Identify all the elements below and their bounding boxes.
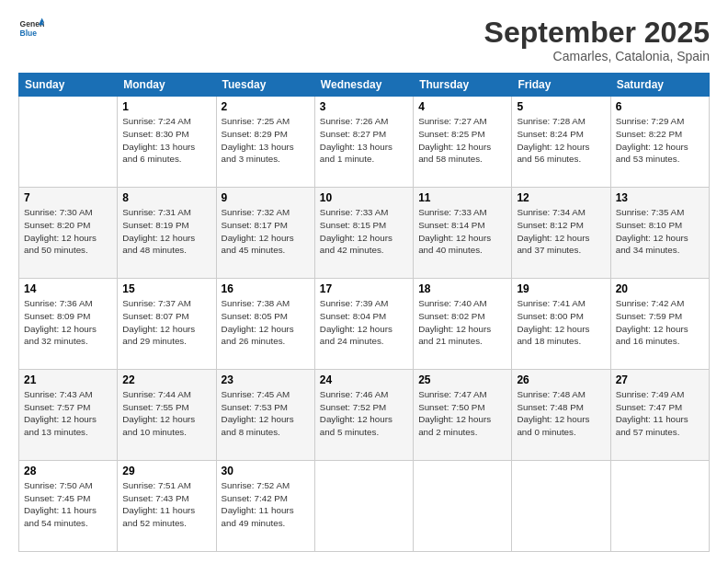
day-number: 12	[517, 191, 605, 204]
weekday-monday: Monday	[118, 74, 216, 97]
calendar-cell: 25Sunrise: 7:47 AM Sunset: 7:50 PM Dayli…	[414, 370, 512, 461]
calendar-cell	[610, 461, 709, 552]
calendar-cell: 22Sunrise: 7:44 AM Sunset: 7:55 PM Dayli…	[118, 370, 216, 461]
calendar-cell: 15Sunrise: 7:37 AM Sunset: 8:07 PM Dayli…	[118, 279, 216, 370]
calendar-cell: 10Sunrise: 7:33 AM Sunset: 8:15 PM Dayli…	[314, 188, 413, 279]
day-number: 2	[222, 100, 310, 113]
calendar-week-5: 28Sunrise: 7:50 AM Sunset: 7:45 PM Dayli…	[19, 461, 710, 552]
day-info: Sunrise: 7:47 AM Sunset: 7:50 PM Dayligh…	[418, 388, 506, 439]
day-number: 30	[222, 465, 310, 477]
calendar-cell	[19, 97, 118, 188]
day-number: 26	[517, 373, 605, 386]
calendar-cell: 17Sunrise: 7:39 AM Sunset: 8:04 PM Dayli…	[314, 279, 413, 370]
day-number: 18	[418, 282, 506, 295]
day-info: Sunrise: 7:33 AM Sunset: 8:14 PM Dayligh…	[418, 206, 506, 257]
calendar-week-1: 1Sunrise: 7:24 AM Sunset: 8:30 PM Daylig…	[19, 97, 710, 188]
day-number: 16	[222, 282, 310, 295]
day-info: Sunrise: 7:45 AM Sunset: 7:53 PM Dayligh…	[222, 388, 310, 439]
calendar-cell: 21Sunrise: 7:43 AM Sunset: 7:57 PM Dayli…	[19, 370, 118, 461]
day-info: Sunrise: 7:25 AM Sunset: 8:29 PM Dayligh…	[222, 115, 310, 166]
title-block: September 2025 Camarles, Catalonia, Spai…	[484, 17, 710, 63]
day-info: Sunrise: 7:26 AM Sunset: 8:27 PM Dayligh…	[320, 115, 408, 166]
calendar-cell: 19Sunrise: 7:41 AM Sunset: 8:00 PM Dayli…	[512, 279, 610, 370]
weekday-sunday: Sunday	[19, 74, 118, 97]
svg-text:Blue: Blue	[20, 29, 38, 38]
calendar-cell: 23Sunrise: 7:45 AM Sunset: 7:53 PM Dayli…	[216, 370, 314, 461]
day-info: Sunrise: 7:34 AM Sunset: 8:12 PM Dayligh…	[517, 206, 605, 257]
day-number: 25	[418, 373, 506, 386]
logo: General Blue	[18, 17, 44, 44]
day-number: 29	[122, 465, 210, 477]
calendar-cell	[314, 461, 413, 552]
day-info: Sunrise: 7:42 AM Sunset: 7:59 PM Dayligh…	[616, 297, 704, 348]
day-info: Sunrise: 7:40 AM Sunset: 8:02 PM Dayligh…	[418, 297, 506, 348]
calendar-body: 1Sunrise: 7:24 AM Sunset: 8:30 PM Daylig…	[19, 97, 710, 552]
page-header: General Blue September 2025 Camarles, Ca…	[18, 17, 710, 63]
day-info: Sunrise: 7:31 AM Sunset: 8:19 PM Dayligh…	[122, 206, 210, 257]
day-number: 23	[222, 373, 310, 386]
day-info: Sunrise: 7:32 AM Sunset: 8:17 PM Dayligh…	[222, 206, 310, 257]
month-title: September 2025	[484, 17, 710, 49]
day-info: Sunrise: 7:36 AM Sunset: 8:09 PM Dayligh…	[24, 297, 112, 348]
day-number: 20	[616, 282, 704, 295]
weekday-thursday: Thursday	[414, 74, 512, 97]
day-info: Sunrise: 7:43 AM Sunset: 7:57 PM Dayligh…	[24, 388, 112, 439]
calendar-cell: 8Sunrise: 7:31 AM Sunset: 8:19 PM Daylig…	[118, 188, 216, 279]
day-number: 4	[418, 100, 506, 113]
day-info: Sunrise: 7:35 AM Sunset: 8:10 PM Dayligh…	[616, 206, 704, 257]
calendar-cell: 3Sunrise: 7:26 AM Sunset: 8:27 PM Daylig…	[314, 97, 413, 188]
weekday-wednesday: Wednesday	[314, 74, 413, 97]
weekday-friday: Friday	[512, 74, 610, 97]
day-number: 9	[222, 191, 310, 204]
weekday-header-row: SundayMondayTuesdayWednesdayThursdayFrid…	[19, 74, 710, 97]
calendar-cell: 26Sunrise: 7:48 AM Sunset: 7:48 PM Dayli…	[512, 370, 610, 461]
day-number: 21	[24, 373, 112, 386]
calendar-cell: 6Sunrise: 7:29 AM Sunset: 8:22 PM Daylig…	[610, 97, 709, 188]
day-number: 10	[320, 191, 408, 204]
day-info: Sunrise: 7:29 AM Sunset: 8:22 PM Dayligh…	[616, 115, 704, 166]
day-number: 5	[517, 100, 605, 113]
day-info: Sunrise: 7:46 AM Sunset: 7:52 PM Dayligh…	[320, 388, 408, 439]
day-info: Sunrise: 7:28 AM Sunset: 8:24 PM Dayligh…	[517, 115, 605, 166]
weekday-tuesday: Tuesday	[216, 74, 314, 97]
calendar-cell: 5Sunrise: 7:28 AM Sunset: 8:24 PM Daylig…	[512, 97, 610, 188]
day-number: 17	[320, 282, 408, 295]
day-number: 1	[122, 100, 210, 113]
day-number: 15	[122, 282, 210, 295]
day-number: 6	[616, 100, 704, 113]
day-number: 8	[122, 191, 210, 204]
calendar-cell: 9Sunrise: 7:32 AM Sunset: 8:17 PM Daylig…	[216, 188, 314, 279]
calendar-cell: 2Sunrise: 7:25 AM Sunset: 8:29 PM Daylig…	[216, 97, 314, 188]
day-number: 28	[24, 465, 112, 477]
day-info: Sunrise: 7:33 AM Sunset: 8:15 PM Dayligh…	[320, 206, 408, 257]
calendar-cell: 4Sunrise: 7:27 AM Sunset: 8:25 PM Daylig…	[414, 97, 512, 188]
calendar-cell	[512, 461, 610, 552]
calendar-cell: 28Sunrise: 7:50 AM Sunset: 7:45 PM Dayli…	[19, 461, 118, 552]
day-number: 7	[24, 191, 112, 204]
calendar-cell: 14Sunrise: 7:36 AM Sunset: 8:09 PM Dayli…	[19, 279, 118, 370]
day-info: Sunrise: 7:39 AM Sunset: 8:04 PM Dayligh…	[320, 297, 408, 348]
day-info: Sunrise: 7:52 AM Sunset: 7:42 PM Dayligh…	[222, 479, 310, 530]
day-number: 22	[122, 373, 210, 386]
calendar-cell: 27Sunrise: 7:49 AM Sunset: 7:47 PM Dayli…	[610, 370, 709, 461]
day-number: 24	[320, 373, 408, 386]
calendar-cell: 11Sunrise: 7:33 AM Sunset: 8:14 PM Dayli…	[414, 188, 512, 279]
calendar-cell: 30Sunrise: 7:52 AM Sunset: 7:42 PM Dayli…	[216, 461, 314, 552]
day-info: Sunrise: 7:51 AM Sunset: 7:43 PM Dayligh…	[122, 479, 210, 530]
calendar-week-2: 7Sunrise: 7:30 AM Sunset: 8:20 PM Daylig…	[19, 188, 710, 279]
day-info: Sunrise: 7:27 AM Sunset: 8:25 PM Dayligh…	[418, 115, 506, 166]
day-info: Sunrise: 7:30 AM Sunset: 8:20 PM Dayligh…	[24, 206, 112, 257]
day-number: 27	[616, 373, 704, 386]
logo-icon: General Blue	[18, 17, 44, 42]
day-info: Sunrise: 7:44 AM Sunset: 7:55 PM Dayligh…	[122, 388, 210, 439]
calendar-cell	[414, 461, 512, 552]
calendar-cell: 20Sunrise: 7:42 AM Sunset: 7:59 PM Dayli…	[610, 279, 709, 370]
day-info: Sunrise: 7:50 AM Sunset: 7:45 PM Dayligh…	[24, 479, 112, 530]
day-info: Sunrise: 7:24 AM Sunset: 8:30 PM Dayligh…	[122, 115, 210, 166]
day-info: Sunrise: 7:49 AM Sunset: 7:47 PM Dayligh…	[616, 388, 704, 439]
calendar-cell: 24Sunrise: 7:46 AM Sunset: 7:52 PM Dayli…	[314, 370, 413, 461]
calendar-cell: 12Sunrise: 7:34 AM Sunset: 8:12 PM Dayli…	[512, 188, 610, 279]
calendar-week-4: 21Sunrise: 7:43 AM Sunset: 7:57 PM Dayli…	[19, 370, 710, 461]
day-info: Sunrise: 7:37 AM Sunset: 8:07 PM Dayligh…	[122, 297, 210, 348]
day-info: Sunrise: 7:38 AM Sunset: 8:05 PM Dayligh…	[222, 297, 310, 348]
